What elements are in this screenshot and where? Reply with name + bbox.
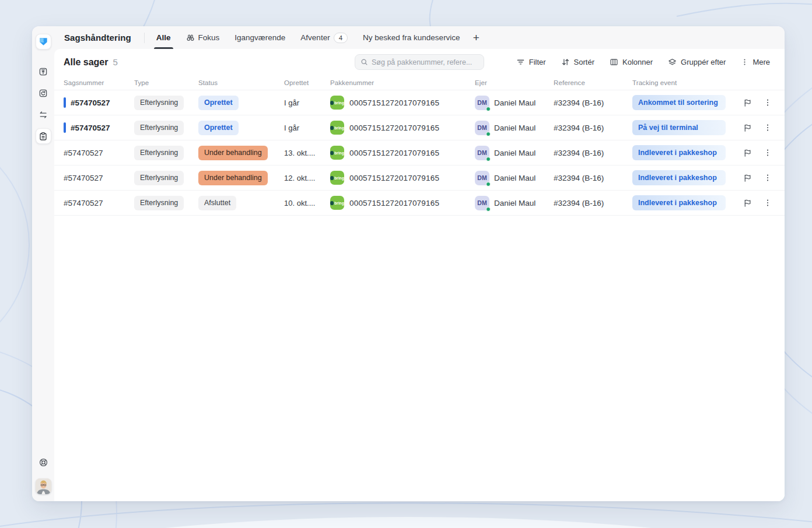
- flag-button[interactable]: [743, 124, 752, 132]
- status-cell: Oprettet: [198, 121, 284, 135]
- columns-button[interactable]: Kolonner: [604, 55, 658, 69]
- tracking-event-badge[interactable]: Ankommet til sortering: [632, 95, 726, 110]
- row-menu-button[interactable]: [764, 124, 772, 132]
- tab-alle[interactable]: Alle: [156, 26, 171, 49]
- type-badge: Efterlysning: [134, 171, 184, 185]
- sidebar-item-cases[interactable]: [36, 128, 51, 144]
- user-portrait: [36, 478, 51, 494]
- case-number-cell: #57470527: [64, 199, 134, 207]
- tracking-event-badge[interactable]: Indleveret i pakkeshop: [632, 170, 726, 185]
- col-ejer[interactable]: Ejer: [475, 79, 554, 86]
- col-sagsnummer[interactable]: Sagsnummer: [64, 79, 134, 86]
- type-badge: Efterlysning: [134, 121, 184, 135]
- status-badge: Oprettet: [198, 121, 239, 135]
- tab-ny-besked[interactable]: Ny besked fra kundeservice: [363, 26, 460, 49]
- app-logo[interactable]: [36, 34, 51, 50]
- content-card: Alle sager 5 Filter: [54, 49, 785, 501]
- swap-arrows-icon: [38, 110, 48, 119]
- reference-cell: #32394 (B-16): [554, 174, 632, 182]
- tracking-event-badge[interactable]: På vej til terminal: [632, 120, 726, 135]
- search-input[interactable]: [372, 58, 478, 66]
- status-cell: Under behandling: [198, 171, 284, 185]
- status-badge: Under behandling: [198, 171, 268, 185]
- table-row[interactable]: #57470527 Efterlysning Afsluttet 10. okt…: [54, 191, 785, 216]
- col-tracking-event[interactable]: Tracking event: [632, 79, 743, 86]
- tracking-event-badge[interactable]: Indleveret i pakkeshop: [632, 145, 726, 160]
- list-title: Alle sager 5: [64, 57, 355, 68]
- created-cell: I går: [284, 98, 330, 107]
- row-actions: [743, 98, 775, 107]
- help-button[interactable]: [36, 455, 51, 470]
- flag-icon: [743, 98, 752, 107]
- case-number-cell: #57470527: [64, 97, 134, 108]
- row-menu-button[interactable]: [764, 199, 772, 207]
- table-empty-area: [54, 216, 785, 501]
- tab-afventer[interactable]: Afventer 4: [300, 26, 348, 49]
- sort-button[interactable]: Sortér: [556, 55, 600, 69]
- tab-igangvaerende[interactable]: Igangværende: [235, 26, 285, 49]
- created-cell: 12. okt....: [284, 174, 330, 182]
- type-cell: Efterlysning: [134, 121, 198, 135]
- main-area: Sagshåndtering Alle Fokus Igangværende: [54, 26, 785, 501]
- clipboard-icon: [38, 132, 48, 141]
- sidebar-item-outbox[interactable]: [36, 64, 51, 79]
- row-actions: [743, 199, 775, 207]
- col-status[interactable]: Status: [198, 79, 284, 86]
- type-cell: Efterlysning: [134, 96, 198, 110]
- status-cell: Afsluttet: [198, 196, 284, 210]
- flag-icon: [743, 149, 752, 157]
- page-title: Sagshåndtering: [64, 33, 131, 43]
- created-cell: I går: [284, 124, 330, 132]
- more-button[interactable]: Mere: [736, 55, 775, 69]
- user-avatar[interactable]: [36, 478, 51, 494]
- search-box[interactable]: [355, 54, 484, 70]
- package-cell: bring 00057151272017079165: [330, 171, 475, 185]
- tracking-cell: Indleveret i pakkeshop: [632, 145, 743, 160]
- status-cell: Under behandling: [198, 146, 284, 160]
- kebab-menu-icon: [764, 149, 772, 157]
- type-cell: Efterlysning: [134, 146, 198, 160]
- list-count: 5: [113, 57, 117, 67]
- tracking-cell: Indleveret i pakkeshop: [632, 170, 743, 185]
- col-oprettet[interactable]: Oprettet: [284, 79, 330, 86]
- flag-button[interactable]: [743, 199, 752, 207]
- row-menu-button[interactable]: [764, 98, 772, 107]
- divider: [144, 33, 145, 43]
- bring-carrier-icon: bring: [330, 121, 344, 135]
- table-row[interactable]: #57470527 Efterlysning Under behandling …: [54, 166, 785, 191]
- table-row[interactable]: #57470527 Efterlysning Oprettet I går br…: [54, 90, 785, 115]
- table-row[interactable]: #57470527 Efterlysning Oprettet I går br…: [54, 115, 785, 140]
- list-header: Alle sager 5 Filter: [54, 49, 785, 75]
- table-row[interactable]: #57470527 Efterlysning Under behandling …: [54, 140, 785, 166]
- add-tab-button[interactable]: +: [473, 32, 480, 43]
- col-type[interactable]: Type: [134, 79, 198, 86]
- col-reference[interactable]: Reference: [554, 79, 632, 86]
- package-cell: bring 00057151272017079165: [330, 96, 475, 110]
- flag-button[interactable]: [743, 98, 752, 107]
- group-by-button[interactable]: Gruppér efter: [663, 55, 731, 69]
- case-number-cell: #57470527: [64, 149, 134, 157]
- owner-avatar: DM: [475, 96, 489, 110]
- sort-icon: [561, 58, 570, 66]
- tracking-cell: På vej til terminal: [632, 120, 743, 135]
- kebab-menu-icon: [764, 98, 772, 107]
- search-icon: [360, 58, 368, 66]
- tab-fokus[interactable]: Fokus: [186, 26, 220, 49]
- flag-button[interactable]: [743, 149, 752, 157]
- row-menu-button[interactable]: [764, 149, 772, 157]
- afventer-count-badge: 4: [334, 33, 348, 43]
- status-badge: Oprettet: [198, 96, 239, 110]
- online-status-dot: [486, 157, 491, 161]
- unread-indicator: [64, 122, 66, 133]
- sidebar-item-transfers[interactable]: [36, 107, 51, 122]
- bring-carrier-icon: bring: [330, 171, 344, 185]
- flag-button[interactable]: [743, 174, 752, 182]
- row-menu-button[interactable]: [764, 174, 772, 182]
- filter-button[interactable]: Filter: [511, 55, 551, 69]
- type-cell: Efterlysning: [134, 196, 198, 210]
- shield-logo-icon: [38, 37, 48, 47]
- sidebar-item-returns[interactable]: [36, 85, 51, 101]
- tracking-event-badge[interactable]: Indleveret i pakkeshop: [632, 195, 726, 210]
- col-pakkenummer[interactable]: Pakkenummer: [330, 79, 475, 86]
- tracking-cell: Indleveret i pakkeshop: [632, 195, 743, 210]
